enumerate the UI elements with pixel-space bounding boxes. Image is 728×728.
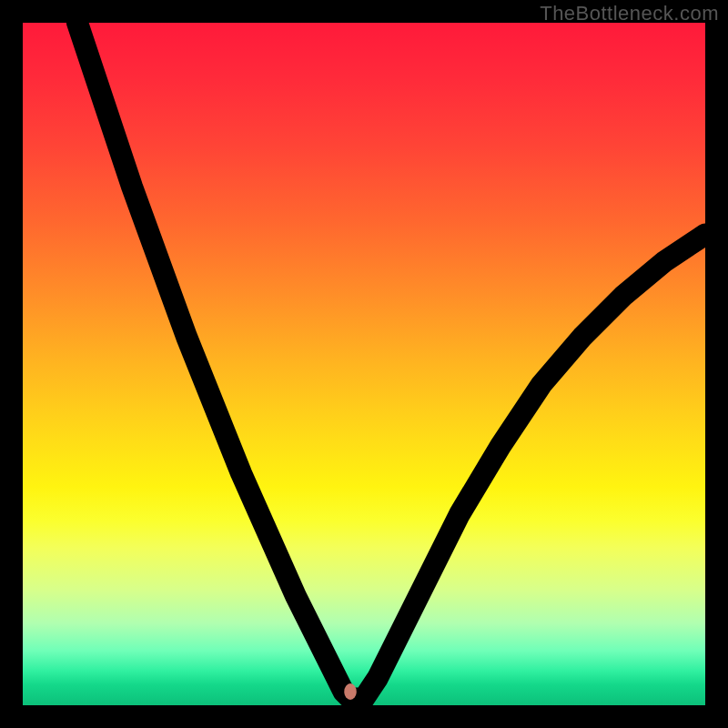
optimal-marker-icon	[344, 683, 356, 700]
bottleneck-curve	[77, 23, 705, 699]
chart-frame: TheBottleneck.com	[0, 0, 728, 728]
plot-area	[23, 23, 705, 705]
curve-layer	[23, 23, 705, 705]
watermark-text: TheBottleneck.com	[540, 2, 719, 25]
